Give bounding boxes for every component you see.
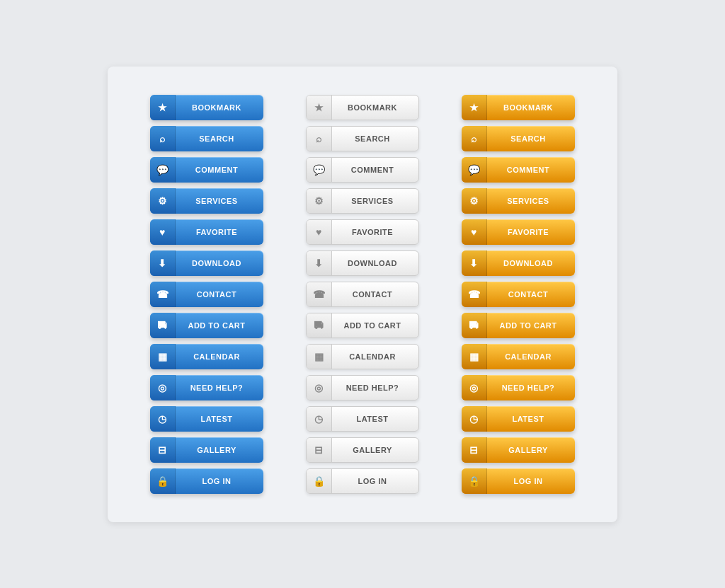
favorite-icon: ♥ bbox=[150, 219, 176, 245]
bookmark-label: BOOKMARK bbox=[332, 95, 418, 120]
search-button-blue[interactable]: ⌕SEARCH bbox=[150, 126, 263, 151]
log-in-icon: 🔒 bbox=[307, 468, 332, 494]
contact-label: CONTACT bbox=[487, 282, 575, 307]
contact-button-blue[interactable]: ☎CONTACT bbox=[150, 282, 263, 307]
favorite-label: FAVORITE bbox=[176, 219, 263, 245]
contact-icon: ☎ bbox=[307, 282, 332, 307]
favorite-label: FAVORITE bbox=[487, 219, 575, 245]
gallery-icon: ⊟ bbox=[307, 437, 332, 463]
add-to-cart-label: ADD TO CART bbox=[487, 313, 575, 338]
calendar-button-yellow[interactable]: ▦CALENDAR bbox=[462, 344, 575, 369]
contact-icon: ☎ bbox=[462, 282, 487, 307]
search-label: SEARCH bbox=[176, 126, 263, 151]
services-button-blue[interactable]: ⚙SERVICES bbox=[150, 188, 263, 214]
calendar-icon: ▦ bbox=[307, 344, 332, 369]
download-button-yellow[interactable]: ⬇DOWNLOAD bbox=[462, 250, 575, 276]
favorite-button-blue[interactable]: ♥FAVORITE bbox=[150, 219, 263, 245]
favorite-button-white[interactable]: ♥FAVORITE bbox=[306, 219, 419, 245]
latest-button-yellow[interactable]: ◷LATEST bbox=[462, 406, 575, 432]
gallery-button-blue[interactable]: ⊟GALLERY bbox=[150, 437, 263, 463]
need-help-label: NEED HELP? bbox=[176, 375, 263, 400]
latest-icon: ◷ bbox=[150, 406, 176, 432]
add-to-cart-button-white[interactable]: ⛟ADD TO CART bbox=[306, 313, 419, 338]
latest-label: LATEST bbox=[487, 406, 575, 432]
gallery-icon: ⊟ bbox=[150, 437, 176, 463]
services-icon: ⚙ bbox=[307, 188, 332, 214]
calendar-button-white[interactable]: ▦CALENDAR bbox=[306, 344, 419, 369]
latest-button-white[interactable]: ◷LATEST bbox=[306, 406, 419, 432]
comment-button-yellow[interactable]: 💬COMMENT bbox=[462, 157, 575, 183]
comment-icon: 💬 bbox=[307, 157, 332, 183]
download-button-blue[interactable]: ⬇DOWNLOAD bbox=[150, 250, 263, 276]
need-help-label: NEED HELP? bbox=[332, 375, 418, 400]
bookmark-button-blue[interactable]: ★BOOKMARK bbox=[150, 95, 263, 120]
need-help-icon: ◎ bbox=[462, 375, 487, 400]
yellow-column: ★BOOKMARK⌕SEARCH💬COMMENT⚙SERVICES♥FAVORI… bbox=[462, 95, 575, 494]
download-button-white[interactable]: ⬇DOWNLOAD bbox=[306, 250, 419, 276]
download-icon: ⬇ bbox=[307, 250, 332, 276]
contact-button-white[interactable]: ☎CONTACT bbox=[306, 282, 419, 307]
download-icon: ⬇ bbox=[150, 250, 176, 276]
services-button-white[interactable]: ⚙SERVICES bbox=[306, 188, 419, 214]
contact-button-yellow[interactable]: ☎CONTACT bbox=[462, 282, 575, 307]
blue-column: ★BOOKMARK⌕SEARCH💬COMMENT⚙SERVICES♥FAVORI… bbox=[150, 95, 263, 494]
search-icon: ⌕ bbox=[150, 126, 176, 151]
need-help-button-yellow[interactable]: ◎NEED HELP? bbox=[462, 375, 575, 400]
latest-button-blue[interactable]: ◷LATEST bbox=[150, 406, 263, 432]
add-to-cart-label: ADD TO CART bbox=[332, 313, 418, 338]
services-label: SERVICES bbox=[487, 188, 575, 214]
bookmark-button-yellow[interactable]: ★BOOKMARK bbox=[462, 95, 575, 120]
gallery-button-yellow[interactable]: ⊟GALLERY bbox=[462, 437, 575, 463]
latest-icon: ◷ bbox=[462, 406, 487, 432]
favorite-button-yellow[interactable]: ♥FAVORITE bbox=[462, 219, 575, 245]
calendar-label: CALENDAR bbox=[176, 344, 263, 369]
log-in-button-white[interactable]: 🔒LOG IN bbox=[306, 468, 419, 494]
comment-label: COMMENT bbox=[176, 157, 263, 183]
download-label: DOWNLOAD bbox=[332, 250, 418, 276]
need-help-button-blue[interactable]: ◎NEED HELP? bbox=[150, 375, 263, 400]
search-label: SEARCH bbox=[332, 126, 418, 151]
log-in-button-blue[interactable]: 🔒LOG IN bbox=[150, 468, 263, 494]
favorite-label: FAVORITE bbox=[332, 219, 418, 245]
contact-label: CONTACT bbox=[176, 282, 263, 307]
latest-label: LATEST bbox=[176, 406, 263, 432]
services-label: SERVICES bbox=[332, 188, 418, 214]
search-button-yellow[interactable]: ⌕SEARCH bbox=[462, 126, 575, 151]
need-help-icon: ◎ bbox=[150, 375, 176, 400]
comment-icon: 💬 bbox=[150, 157, 176, 183]
bookmark-icon: ★ bbox=[462, 95, 487, 120]
latest-icon: ◷ bbox=[307, 406, 332, 432]
bookmark-button-white[interactable]: ★BOOKMARK bbox=[306, 95, 419, 120]
contact-icon: ☎ bbox=[150, 282, 176, 307]
bookmark-label: BOOKMARK bbox=[176, 95, 263, 120]
calendar-icon: ▦ bbox=[150, 344, 176, 369]
services-label: SERVICES bbox=[176, 188, 263, 214]
add-to-cart-icon: ⛟ bbox=[307, 313, 332, 338]
log-in-label: LOG IN bbox=[332, 468, 418, 494]
gallery-icon: ⊟ bbox=[462, 437, 487, 463]
favorite-icon: ♥ bbox=[307, 219, 332, 245]
services-button-yellow[interactable]: ⚙SERVICES bbox=[462, 188, 575, 214]
log-in-icon: 🔒 bbox=[150, 468, 176, 494]
add-to-cart-button-yellow[interactable]: ⛟ADD TO CART bbox=[462, 313, 575, 338]
need-help-button-white[interactable]: ◎NEED HELP? bbox=[306, 375, 419, 400]
search-button-white[interactable]: ⌕SEARCH bbox=[306, 126, 419, 151]
button-showcase: ★BOOKMARK⌕SEARCH💬COMMENT⚙SERVICES♥FAVORI… bbox=[108, 67, 617, 522]
need-help-icon: ◎ bbox=[307, 375, 332, 400]
calendar-label: CALENDAR bbox=[332, 344, 418, 369]
calendar-button-blue[interactable]: ▦CALENDAR bbox=[150, 344, 263, 369]
add-to-cart-button-blue[interactable]: ⛟ADD TO CART bbox=[150, 313, 263, 338]
comment-button-blue[interactable]: 💬COMMENT bbox=[150, 157, 263, 183]
log-in-label: LOG IN bbox=[487, 468, 575, 494]
contact-label: CONTACT bbox=[332, 282, 418, 307]
search-icon: ⌕ bbox=[307, 126, 332, 151]
calendar-label: CALENDAR bbox=[487, 344, 575, 369]
comment-button-white[interactable]: 💬COMMENT bbox=[306, 157, 419, 183]
log-in-button-yellow[interactable]: 🔒LOG IN bbox=[462, 468, 575, 494]
comment-label: COMMENT bbox=[487, 157, 575, 183]
add-to-cart-icon: ⛟ bbox=[150, 313, 176, 338]
log-in-label: LOG IN bbox=[176, 468, 263, 494]
need-help-label: NEED HELP? bbox=[487, 375, 575, 400]
search-label: SEARCH bbox=[487, 126, 575, 151]
gallery-button-white[interactable]: ⊟GALLERY bbox=[306, 437, 419, 463]
